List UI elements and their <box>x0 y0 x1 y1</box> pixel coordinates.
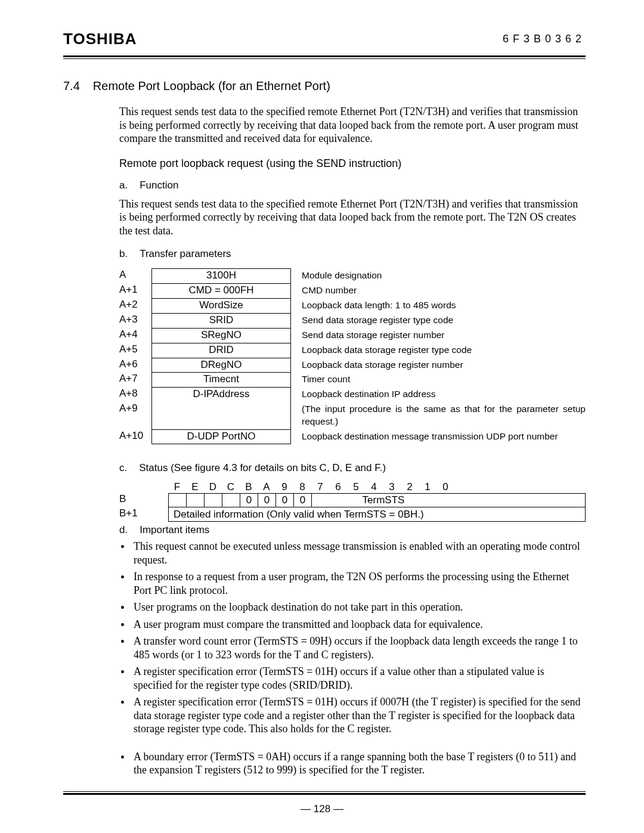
bit-label: E <box>186 481 204 493</box>
important-items-list-2: A boundary error (TermSTS = 0AH) occurs … <box>119 750 586 777</box>
section-title: Remote Port Loopback (for an Ethernet Po… <box>93 79 330 93</box>
param-desc: (The input procedure is the same as that… <box>291 402 586 429</box>
param-val: DRID <box>151 343 291 358</box>
param-val: D-UDP PortNO <box>151 429 291 444</box>
bit-label: 9 <box>275 481 293 493</box>
brand-logo: TOSHIBA <box>63 30 137 48</box>
item-letter: a. <box>119 179 128 191</box>
param-desc: Loopback destination IP address <box>291 387 586 402</box>
function-paragraph: This request sends test data to the spec… <box>119 197 586 238</box>
item-letter: d. <box>119 524 128 536</box>
section-number: 7.4 <box>63 79 80 93</box>
bit-label: 3 <box>383 481 401 493</box>
addr: A+4 <box>119 328 151 343</box>
bit-cell <box>169 494 187 507</box>
item-label: Function <box>140 179 178 191</box>
transfer-param-table: A 3100H Module designation A+1 CMD = 000… <box>119 268 586 444</box>
addr: A+5 <box>119 343 151 358</box>
bit-label: 1 <box>419 481 436 493</box>
status-row-b: B 0 0 0 0 TermSTS <box>119 493 586 507</box>
bit-label: C <box>222 481 240 493</box>
addr: A+2 <box>119 298 151 313</box>
list-item: A user program must compare the transmit… <box>119 618 586 631</box>
param-val: 3100H <box>151 268 291 283</box>
bit-label: D <box>204 481 222 493</box>
addr: A+3 <box>119 313 151 328</box>
bit-label: 7 <box>311 481 329 493</box>
param-val: DRegNO <box>151 358 291 373</box>
bit-cell: 0 <box>276 494 294 507</box>
bit-cell: 0 <box>294 494 312 507</box>
detail-cell: Detailed information (Only valid when Te… <box>168 507 586 522</box>
addr: A <box>119 268 151 283</box>
item-d: d. Important items <box>119 524 586 536</box>
bit-label: 8 <box>293 481 311 493</box>
param-desc: Loopback destination message transmissio… <box>291 429 586 444</box>
param-val: CMD = 000FH <box>151 283 291 298</box>
param-desc: Timer count <box>291 372 586 387</box>
param-desc: Loopback data storage register number <box>291 358 586 373</box>
status-table: F E D C B A 9 8 7 6 5 4 3 2 1 0 B 0 <box>119 481 586 522</box>
page-number: — 128 — <box>0 803 644 815</box>
item-letter: c. <box>119 462 127 474</box>
param-desc: Send data storage register type code <box>291 313 586 328</box>
param-val <box>151 402 291 429</box>
bit-cell: 0 <box>240 494 258 507</box>
row-label: B <box>119 493 168 507</box>
param-val: Timecnt <box>151 372 291 387</box>
footer-rule <box>63 791 586 795</box>
termsts-cell: TermSTS <box>312 494 455 507</box>
addr: A+8 <box>119 387 151 402</box>
param-val: SRID <box>151 313 291 328</box>
bit-label: 4 <box>365 481 383 493</box>
param-desc: Loopback data length: 1 to 485 words <box>291 298 586 313</box>
intro-paragraph: This request sends test data to the spec… <box>119 105 586 145</box>
row-label: B+1 <box>119 507 168 522</box>
param-desc: Send data storage register number <box>291 328 586 343</box>
list-item: In response to a request from a user pro… <box>119 570 586 597</box>
bit-label: B <box>240 481 258 493</box>
param-val: WordSize <box>151 298 291 313</box>
bit-cell <box>222 494 240 507</box>
status-row-b1: B+1 Detailed information (Only valid whe… <box>119 507 586 522</box>
bit-label: 6 <box>329 481 347 493</box>
bit-label: 2 <box>401 481 419 493</box>
addr: A+7 <box>119 372 151 387</box>
bit-label: 0 <box>436 481 454 493</box>
section-heading: 7.4 Remote Port Loopback (for an Etherne… <box>63 79 586 93</box>
bit-label: F <box>168 481 186 493</box>
addr: A+9 <box>119 402 151 429</box>
list-item: A register specification error (TermSTS … <box>119 665 586 692</box>
list-item: User programs on the loopback destinatio… <box>119 600 586 614</box>
bit-cell <box>187 494 205 507</box>
addr: A+1 <box>119 283 151 298</box>
bit-cell <box>205 494 222 507</box>
param-desc: CMD number <box>291 283 586 298</box>
list-item: A register specification error (TermSTS … <box>119 695 586 736</box>
item-letter: b. <box>119 248 128 260</box>
item-c: c. Status (See figure 4.3 for details on… <box>119 462 586 474</box>
doc-code: 6F3B0362 <box>503 33 586 45</box>
list-item: A boundary error (TermSTS = 0AH) occurs … <box>119 750 586 777</box>
bit-cell: 0 <box>258 494 276 507</box>
list-item: A transfer word count error (TermSTS = 0… <box>119 634 586 661</box>
param-val: SRegNO <box>151 328 291 343</box>
param-desc: Loopback data storage register type code <box>291 343 586 358</box>
item-label: Important items <box>140 524 209 536</box>
item-label: Transfer parameters <box>140 248 231 260</box>
page-header: TOSHIBA 6F3B0362 <box>63 30 586 52</box>
item-b: b. Transfer parameters <box>119 248 586 260</box>
status-bit-header: F E D C B A 9 8 7 6 5 4 3 2 1 0 <box>119 481 586 493</box>
param-desc: Module designation <box>291 268 586 283</box>
list-item: This request cannot be executed unless m… <box>119 540 586 566</box>
item-label: Status (See figure 4.3 for details on bi… <box>139 462 386 474</box>
addr: A+6 <box>119 358 151 373</box>
param-val: D-IPAddress <box>151 387 291 402</box>
addr: A+10 <box>119 429 151 444</box>
subsection-title: Remote port loopback request (using the … <box>119 157 586 170</box>
header-rule <box>63 55 586 59</box>
bit-label: 5 <box>347 481 365 493</box>
bit-label: A <box>258 481 275 493</box>
important-items-list: This request cannot be executed unless m… <box>119 540 586 736</box>
item-a: a. Function <box>119 179 586 191</box>
